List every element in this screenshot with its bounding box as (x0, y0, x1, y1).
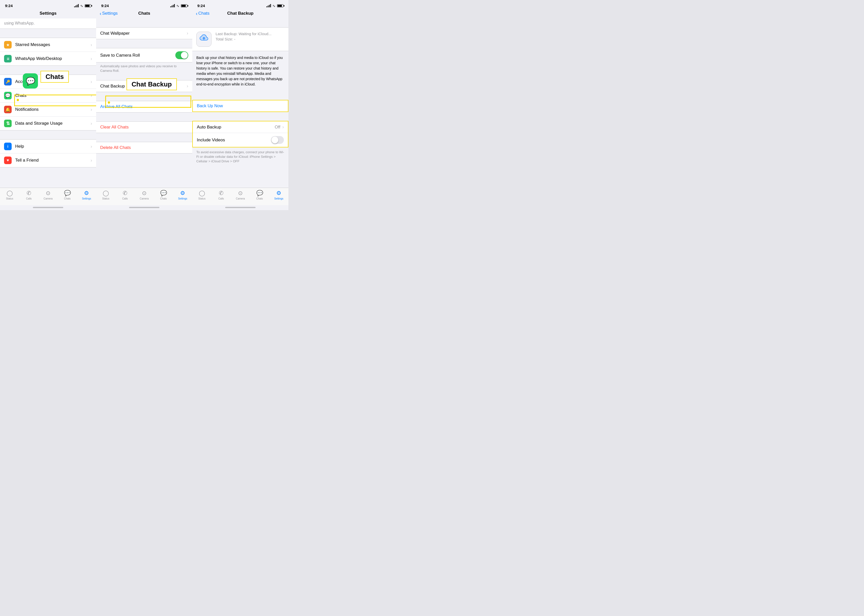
status-bar-2: 9:24 ∿ (96, 0, 192, 10)
auto-backup-section-wrapper: Auto Backup Off › Include Videos (192, 121, 288, 148)
time-2: 9:24 (101, 3, 109, 8)
settings-tab-icon-2: ⚙ (180, 190, 185, 196)
chevron-chats: › (91, 93, 92, 98)
backup-cloud-wrap (196, 31, 211, 47)
tab-bar-2: ◯ Status ✆ Calls ⊙ Camera 💬 Chats ⚙ Sett… (96, 188, 192, 205)
phone-screen-2: 9:24 ∿ ‹ Settings Chats (96, 0, 192, 210)
backup-size-label: Total Size: - (216, 37, 284, 41)
home-indicator-1 (0, 205, 96, 210)
home-indicator-2 (96, 205, 192, 210)
chat-wallpaper-item[interactable]: Chat Wallpaper › (96, 28, 192, 39)
chats-item[interactable]: 💬 Chats › (0, 89, 96, 103)
clear-all-item[interactable]: Clear All Chats (96, 122, 192, 133)
content-3[interactable]: Last Backup: Waiting for iCloud... Total… (192, 19, 288, 188)
tab-settings-3[interactable]: ⚙ Settings (269, 190, 288, 200)
chevron-data: › (91, 121, 92, 126)
tab-chats-3[interactable]: 💬 Chats (250, 190, 269, 200)
section-auto-backup: Auto Backup Off › Include Videos (192, 121, 288, 148)
data-storage-item[interactable]: ⇅ Data and Storage Usage › (0, 116, 96, 130)
chevron-starred: › (91, 42, 92, 47)
tab-settings-2[interactable]: ⚙ Settings (173, 190, 192, 200)
bell-icon: 🔔 (4, 106, 12, 113)
battery-icon-3 (277, 4, 283, 7)
nav-title-1: Settings (39, 11, 57, 16)
help-label: Help (15, 144, 90, 149)
section-delete: Delete All Chats (96, 142, 192, 154)
chat-wallpaper-label: Chat Wallpaper (100, 31, 186, 36)
delete-all-item[interactable]: Delete All Chats (96, 142, 192, 153)
time-3: 9:24 (197, 3, 205, 8)
status-icons-1: ∿ (74, 4, 91, 8)
help-item[interactable]: i Help › (0, 140, 96, 154)
include-videos-toggle[interactable] (271, 136, 284, 144)
content-2[interactable]: Chat Wallpaper › Save to Camera Roll Aut… (96, 19, 192, 188)
camera-tab-label-2: Camera (140, 197, 149, 200)
include-videos-item[interactable]: Include Videos (193, 133, 288, 147)
notifications-item[interactable]: 🔔 Notifications › (0, 103, 96, 116)
settings-tab-icon-3: ⚙ (276, 190, 281, 196)
signal-icon-1 (74, 4, 79, 7)
include-videos-toggle-knob (271, 137, 278, 143)
backup-info-card: Last Backup: Waiting for iCloud... Total… (192, 27, 288, 51)
settings-tab-label-3: Settings (274, 197, 283, 200)
star-icon: ★ (4, 41, 12, 49)
chevron-wallpaper: › (187, 31, 188, 36)
tab-bar-3: ◯ Status ✆ Calls ⊙ Camera 💬 Chats ⚙ Sett… (192, 188, 288, 205)
settings-tab-icon-1: ⚙ (84, 190, 89, 196)
nav-back-label-2: Settings (102, 11, 118, 16)
whatsapp-icon: 💬 (4, 92, 12, 99)
tab-camera-2[interactable]: ⊙ Camera (135, 190, 154, 200)
account-label: Account (15, 79, 90, 84)
archive-all-label: Archive All Chats (100, 104, 188, 109)
arrows-icon: ⇅ (4, 119, 12, 127)
status-tab-icon-3: ◯ (199, 190, 205, 196)
camera-roll-item[interactable]: Save to Camera Roll (96, 48, 192, 62)
chevron-backup: › (187, 83, 188, 89)
nav-bar-1: Settings (0, 10, 96, 19)
notifications-label: Notifications (15, 107, 90, 112)
auto-backup-item[interactable]: Auto Backup Off › (193, 121, 288, 133)
wifi-icon-3: ∿ (272, 4, 275, 8)
desktop-icon: 🖥 (4, 55, 12, 63)
tab-calls-3[interactable]: ✆ Calls (211, 190, 231, 200)
chats-tab-label-3: Chats (256, 197, 263, 200)
account-item[interactable]: 🔑 Account › (0, 75, 96, 89)
footer-note: To avoid excessive data charges, connect… (192, 148, 288, 167)
tell-friend-item[interactable]: ♥ Tell a Friend › (0, 154, 96, 167)
whatsapp-web-item[interactable]: 🖥 WhatsApp Web/Desktop › (0, 52, 96, 66)
tab-calls-2[interactable]: ✆ Calls (115, 190, 135, 200)
backup-now-item[interactable]: Back Up Now (193, 101, 288, 112)
tab-camera-3[interactable]: ⊙ Camera (231, 190, 250, 200)
content-1[interactable]: using WhatsApp. ★ Starred Messages › 🖥 W… (0, 19, 96, 188)
tab-camera-1[interactable]: ⊙ Camera (38, 190, 58, 200)
tab-status-3[interactable]: ◯ Status (192, 190, 211, 200)
tab-settings-1[interactable]: ⚙ Settings (77, 190, 96, 200)
chat-backup-item[interactable]: Chat Backup › (96, 80, 192, 92)
tab-calls-1[interactable]: ✆ Calls (19, 190, 38, 200)
calls-tab-icon-3: ✆ (219, 190, 223, 196)
tab-status-2[interactable]: ◯ Status (96, 190, 115, 200)
phone-screen-3: 9:24 ∿ ‹ Chats Chat Backup (192, 0, 288, 210)
starred-messages-item[interactable]: ★ Starred Messages › (0, 38, 96, 52)
wifi-icon-2: ∿ (176, 4, 179, 8)
camera-roll-toggle[interactable] (175, 51, 188, 59)
status-icons-3: ∿ (266, 4, 283, 8)
tab-status-1[interactable]: ◯ Status (0, 190, 19, 200)
tab-chats-1[interactable]: 💬 Chats (58, 190, 77, 200)
camera-tab-label-1: Camera (44, 197, 53, 200)
section-clear: Clear All Chats (96, 121, 192, 133)
cloud-icon (199, 34, 209, 45)
auto-backup-value: Off (275, 125, 280, 130)
chats-tab-icon-1: 💬 (64, 190, 71, 196)
nav-back-3[interactable]: ‹ Chats (196, 11, 209, 16)
nav-back-2[interactable]: ‹ Settings (100, 11, 118, 16)
archive-all-item[interactable]: Archive All Chats (96, 101, 192, 112)
section-chat-backup: Chat Backup › (96, 80, 192, 92)
chevron-web: › (91, 56, 92, 61)
chevron-help: › (91, 144, 92, 149)
clear-all-label: Clear All Chats (100, 125, 188, 130)
tab-chats-2[interactable]: 💬 Chats (154, 190, 173, 200)
status-tab-label-2: Status (102, 197, 109, 200)
camera-tab-label-3: Camera (236, 197, 245, 200)
settings-tab-label-1: Settings (82, 197, 91, 200)
